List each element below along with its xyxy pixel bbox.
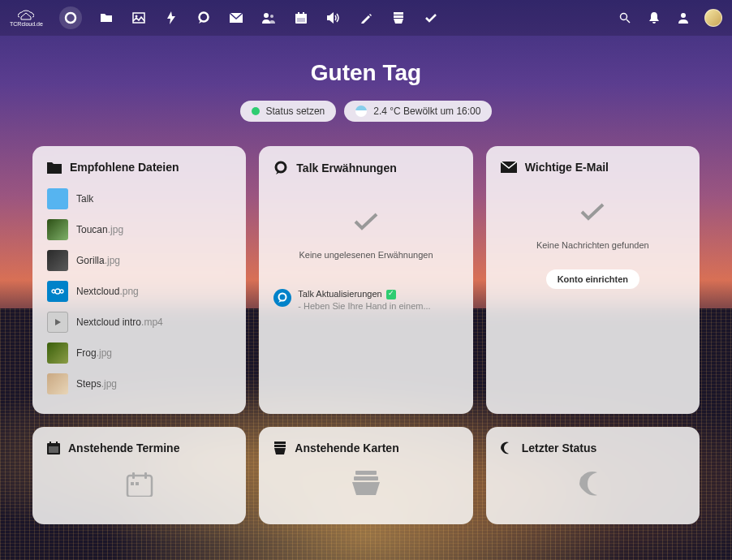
widget-cards: Anstehende Karten — [259, 427, 472, 524]
tasks-icon[interactable] — [423, 10, 439, 26]
svg-point-20 — [279, 294, 286, 301]
checkmark-icon — [579, 201, 605, 222]
svg-rect-13 — [394, 15, 403, 18]
widget-calendar: Anstehende Termine — [32, 427, 246, 524]
weather-label: 2.4 °C Bewölkt um 16:00 — [373, 106, 480, 117]
svg-rect-9 — [298, 12, 299, 15]
status-row: Status setzen 2.4 °C Bewölkt um 16:00 — [32, 101, 700, 122]
svg-rect-33 — [355, 471, 377, 475]
file-item[interactable]: Nextcloud intro.mp4 — [47, 312, 231, 333]
search-icon[interactable] — [617, 10, 633, 26]
svg-point-0 — [66, 13, 75, 23]
svg-point-19 — [276, 162, 286, 172]
talk-avatar-icon — [273, 289, 291, 307]
svg-rect-29 — [131, 482, 134, 485]
svg-rect-28 — [144, 472, 147, 479]
dashboard-main: Guten Tag Status setzen 2.4 °C Bewölkt u… — [0, 36, 732, 541]
status-label: Status setzen — [266, 106, 325, 117]
notes-icon[interactable] — [358, 10, 374, 26]
widget-grid: Empfohlene Dateien Talk Toucan.jpg Goril… — [32, 146, 700, 524]
brand-text: TCRcloud.de — [10, 21, 43, 27]
contacts-menu-icon[interactable] — [675, 10, 691, 26]
dashboard-icon[interactable] — [59, 6, 82, 29]
svg-point-18 — [60, 290, 63, 293]
talk-empty-text: Keine ungelesenen Erwähnungen — [273, 250, 458, 260]
svg-rect-8 — [295, 14, 307, 16]
mail-title: Wichtige E-Mail — [525, 161, 609, 174]
nav-icons — [59, 6, 439, 29]
image-thumb-icon — [47, 342, 68, 364]
svg-point-17 — [55, 289, 60, 294]
file-item[interactable]: Gorilla.jpg — [47, 250, 231, 271]
svg-point-15 — [681, 13, 686, 18]
file-item[interactable]: Toucan.jpg — [47, 219, 231, 240]
file-item[interactable]: Steps.jpg — [47, 373, 231, 394]
talk-empty: Keine ungelesenen Erwähnungen — [273, 187, 458, 276]
weather-pill[interactable]: 2.4 °C Bewölkt um 16:00 — [344, 101, 492, 122]
moon-header-icon — [501, 442, 514, 454]
brand-logo[interactable]: TCRcloud.de — [10, 9, 43, 27]
svg-rect-32 — [274, 445, 286, 447]
last-status-title: Letzter Status — [522, 442, 597, 454]
widget-files: Empfohlene Dateien Talk Toucan.jpg Goril… — [32, 146, 246, 414]
setup-account-button[interactable]: Konto einrichten — [546, 269, 639, 289]
topbar-right — [617, 9, 722, 27]
svg-rect-31 — [274, 442, 286, 444]
talk-header-icon — [273, 161, 288, 175]
status-online-dot — [252, 107, 260, 115]
svg-rect-23 — [50, 442, 51, 445]
image-thumb-icon — [47, 373, 68, 394]
volume-icon[interactable] — [325, 10, 342, 26]
svg-point-5 — [264, 13, 269, 18]
calendar-empty-icon — [47, 471, 231, 500]
files-title: Empfohlene Dateien — [70, 161, 179, 174]
calendar-icon[interactable] — [293, 10, 309, 26]
user-avatar[interactable] — [704, 9, 722, 27]
deck-header-icon — [273, 442, 286, 454]
mail-empty-text: Keine Nachrichten gefunden — [501, 240, 685, 250]
svg-rect-11 — [297, 18, 305, 22]
widget-last-status: Letzter Status — [486, 427, 700, 524]
folder-icon — [47, 161, 62, 174]
mail-header-icon — [501, 162, 517, 173]
svg-rect-24 — [56, 442, 58, 445]
svg-point-6 — [270, 15, 273, 18]
file-list: Talk Toucan.jpg Gorilla.jpg Nextcloud.pn… — [47, 188, 231, 394]
cards-empty-icon — [273, 471, 458, 498]
image-thumb-icon — [47, 219, 68, 240]
topbar: TCRcloud.de — [0, 0, 732, 36]
file-item[interactable]: Talk — [47, 188, 231, 209]
notifications-icon[interactable] — [646, 10, 662, 26]
talk-msg-title: Talk Aktualisierungen — [298, 289, 381, 299]
svg-point-14 — [621, 14, 627, 20]
file-item[interactable]: Frog.jpg — [47, 342, 231, 364]
files-icon[interactable] — [98, 10, 114, 26]
mail-icon[interactable] — [228, 10, 244, 26]
talk-icon[interactable] — [196, 10, 212, 26]
contacts-icon[interactable] — [261, 10, 277, 26]
deck-icon[interactable] — [390, 10, 407, 26]
status-empty-icon — [501, 471, 685, 500]
talk-title: Talk Erwähnungen — [296, 162, 396, 174]
greeting-title: Guten Tag — [32, 60, 700, 86]
svg-rect-30 — [136, 482, 139, 485]
photos-icon[interactable] — [131, 10, 147, 26]
file-item[interactable]: Nextcloud.png — [47, 281, 231, 302]
calendar-title: Anstehende Termine — [68, 442, 179, 454]
svg-rect-27 — [132, 472, 135, 479]
nextcloud-logo-icon — [47, 281, 68, 302]
svg-rect-10 — [303, 12, 304, 15]
weather-cloudy-icon — [355, 106, 367, 117]
talk-message[interactable]: Talk Aktualisierungen - Heben Sie Ihre H… — [273, 289, 458, 311]
talk-msg-sub: - Heben Sie Ihre Hand in einem... — [298, 301, 430, 311]
widget-mail: Wichtige E-Mail Keine Nachrichten gefund… — [486, 146, 700, 414]
activity-icon[interactable] — [163, 10, 179, 26]
svg-rect-12 — [394, 12, 403, 15]
svg-rect-25 — [49, 446, 58, 453]
svg-rect-34 — [354, 476, 378, 480]
svg-rect-1 — [133, 13, 144, 23]
video-thumb-icon — [47, 312, 68, 333]
checkmark-icon — [353, 211, 379, 232]
verified-check-icon — [386, 290, 396, 299]
status-pill[interactable]: Status setzen — [240, 101, 337, 122]
